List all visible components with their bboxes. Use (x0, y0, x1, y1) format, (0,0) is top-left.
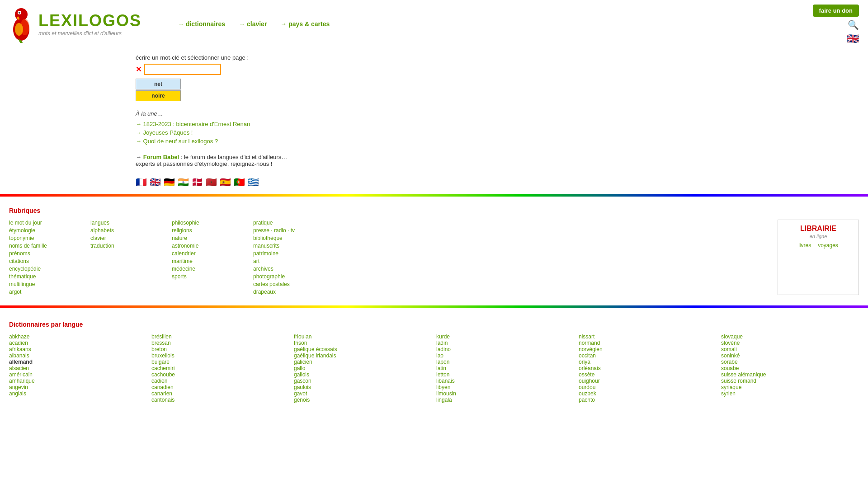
flag-dk[interactable]: 🇩🇰 (192, 177, 203, 188)
rubrique-archives[interactable]: archives (253, 266, 321, 272)
dict-ladin[interactable]: ladin (436, 340, 448, 346)
dict-gaelique-irlandais[interactable]: gaélique irlandais (294, 352, 336, 359)
dict-slovaque[interactable]: slovaque (721, 333, 743, 340)
dict-suisse-romand[interactable]: suisse romand (721, 378, 756, 384)
dict-frioulan[interactable]: frioulan (294, 333, 311, 340)
rubrique-toponymie[interactable]: toponymie (9, 235, 77, 241)
dict-souabe[interactable]: souabe (721, 365, 739, 371)
dict-cantonais[interactable]: cantonais (151, 397, 175, 403)
flag-in[interactable]: 🇮🇳 (178, 177, 189, 188)
dict-bulgare[interactable]: bulgare (151, 359, 170, 365)
librairie-livres-link[interactable]: livres (798, 242, 811, 249)
dict-gavot[interactable]: gavot (294, 390, 307, 397)
rubrique-pratique[interactable]: pratique (253, 220, 321, 226)
dict-pachto[interactable]: pachto (579, 397, 595, 403)
rubrique-noms-famille[interactable]: noms de famille (9, 243, 77, 249)
dict-occitan[interactable]: occitan (579, 352, 596, 359)
rubrique-maritime[interactable]: maritime (172, 258, 240, 264)
search-input[interactable] (144, 64, 221, 75)
dict-ossete[interactable]: ossète (579, 371, 594, 378)
rubrique-presse[interactable]: presse · radio · tv (253, 227, 321, 234)
flag-ma[interactable]: 🇲🇦 (206, 177, 217, 188)
rubrique-manuscrits[interactable]: manuscrits (253, 243, 321, 249)
rubrique-calendrier[interactable]: calendrier (172, 250, 240, 257)
dict-cachoube[interactable]: cachoube (151, 371, 175, 378)
dict-amharique[interactable]: amharique (9, 378, 35, 384)
rubrique-photographie[interactable]: photographie (253, 273, 321, 280)
dict-libanais[interactable]: libanais (436, 378, 455, 384)
flag-pt[interactable]: 🇵🇹 (234, 177, 245, 188)
rubrique-multilingue[interactable]: multilingue (9, 281, 77, 287)
clear-button[interactable]: ✕ (136, 65, 142, 74)
dict-nissart[interactable]: nissart (579, 333, 594, 340)
dict-limousin[interactable]: limousin (436, 390, 456, 397)
dict-acadien[interactable]: acadien (9, 340, 28, 346)
dict-ourdou[interactable]: ourdou (579, 384, 595, 390)
dict-lao[interactable]: lao (436, 352, 443, 359)
rubrique-langues[interactable]: langues (90, 220, 158, 226)
dict-cachemiri[interactable]: cachemiri (151, 365, 175, 371)
dict-frison[interactable]: frison (294, 340, 307, 346)
dict-gallois[interactable]: gallois (294, 371, 309, 378)
dict-breton[interactable]: breton (151, 346, 167, 352)
dict-sorabe[interactable]: sorabe (721, 359, 738, 365)
dict-orleanais[interactable]: orléanais (579, 365, 601, 371)
nav-pays-cartes[interactable]: → pays & cartes (280, 20, 330, 28)
rubrique-clavier[interactable]: clavier (90, 235, 158, 241)
rubrique-encyclopedie[interactable]: encyclopédie (9, 266, 77, 272)
nav-dictionnaires[interactable]: → dictionnaires (178, 20, 225, 28)
dict-letton[interactable]: letton (436, 371, 449, 378)
rubrique-cartes-postales[interactable]: cartes postales (253, 281, 321, 287)
rubrique-sports[interactable]: sports (172, 273, 240, 280)
rubrique-alphabets[interactable]: alphabets (90, 227, 158, 234)
dict-gaulois[interactable]: gaulois (294, 384, 311, 390)
dict-lapon[interactable]: lapon (436, 359, 449, 365)
dict-normand[interactable]: normand (579, 340, 600, 346)
dict-albanais[interactable]: albanais (9, 352, 29, 359)
rubrique-art[interactable]: art (253, 258, 321, 264)
rubrique-thematique[interactable]: thématique (9, 273, 77, 280)
dict-suisse-alemanique[interactable]: suisse alémanique (721, 371, 766, 378)
dict-bruxellois[interactable]: bruxellois (151, 352, 175, 359)
dict-somali[interactable]: somali (721, 346, 737, 352)
dict-gallo[interactable]: gallo (294, 365, 305, 371)
rubrique-nature[interactable]: nature (172, 235, 240, 241)
dict-oriya[interactable]: oriya (579, 359, 590, 365)
rubrique-religions[interactable]: religions (172, 227, 240, 234)
search-net-button[interactable]: net (136, 79, 181, 89)
dict-genois[interactable]: génois (294, 397, 310, 403)
dict-abkhaze[interactable]: abkhaze (9, 333, 29, 340)
dict-afrikaans[interactable]: afrikaans (9, 346, 31, 352)
dict-latin[interactable]: latin (436, 365, 446, 371)
dict-kurde[interactable]: kurde (436, 333, 450, 340)
dict-syrien[interactable]: syrien (721, 390, 736, 397)
dict-canarien[interactable]: canarien (151, 390, 172, 397)
nav-clavier[interactable]: → clavier (239, 20, 267, 28)
rubrique-citations[interactable]: citations (9, 258, 77, 264)
rubrique-traduction[interactable]: traduction (90, 243, 158, 249)
dict-norvegien[interactable]: norvégien (579, 346, 603, 352)
dict-lingala[interactable]: lingala (436, 397, 452, 403)
dict-angevin[interactable]: angevin (9, 384, 28, 390)
dict-ladino[interactable]: ladino (436, 346, 451, 352)
flag-fr[interactable]: 🇫🇷 (136, 177, 147, 188)
dict-gascon[interactable]: gascon (294, 378, 311, 384)
donate-button[interactable]: faire un don (813, 5, 859, 17)
rubrique-philosophie[interactable]: philosophie (172, 220, 240, 226)
dict-alsacien[interactable]: alsacien (9, 365, 29, 371)
dict-gaelique-ecossais[interactable]: gaélique écossais (294, 346, 337, 352)
dict-americain[interactable]: américain (9, 371, 33, 378)
flag-es[interactable]: 🇪🇸 (220, 177, 231, 188)
rubrique-mot-du-jour[interactable]: le mot du jour (9, 220, 77, 226)
flag-gr[interactable]: 🇬🇷 (248, 177, 259, 188)
dict-bressan[interactable]: bressan (151, 340, 171, 346)
rubrique-patrimoine[interactable]: patrimoine (253, 250, 321, 257)
dict-syriaque[interactable]: syriaque (721, 384, 741, 390)
dict-bresilien[interactable]: brésilien (151, 333, 172, 340)
dict-canadien[interactable]: canadien (151, 384, 174, 390)
dict-ouighour[interactable]: ouighour (579, 378, 600, 384)
dict-ouzbek[interactable]: ouzbek (579, 390, 596, 397)
rubrique-etymologie[interactable]: étymologie (9, 227, 77, 234)
rubrique-prenoms[interactable]: prénoms (9, 250, 77, 257)
dict-soninke[interactable]: soninké (721, 352, 740, 359)
